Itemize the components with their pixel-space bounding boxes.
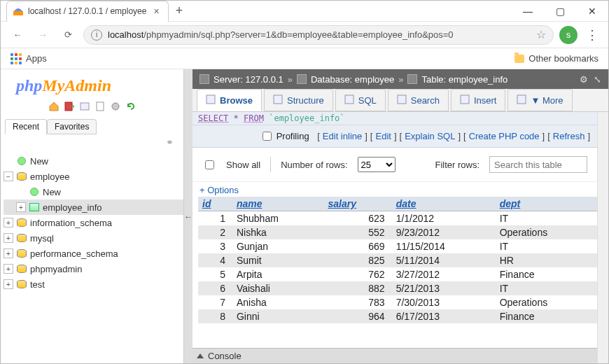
breadcrumb-table[interactable]: Table: employee_info xyxy=(421,74,507,85)
tree-db-information-schema[interactable]: +information_schema xyxy=(4,215,183,230)
create-php-link[interactable]: Create PHP code xyxy=(469,131,540,141)
apps-shortcut[interactable]: Apps xyxy=(10,53,47,64)
expand-icon[interactable]: + xyxy=(4,264,13,274)
reload-button[interactable]: ⟳ xyxy=(58,25,78,45)
other-bookmarks-label: Other bookmarks xyxy=(528,53,598,64)
expand-icon[interactable]: + xyxy=(4,279,13,289)
col-salary[interactable]: salary xyxy=(324,197,392,211)
table-row[interactable]: 5Arpita7623/27/2012Finance xyxy=(198,267,597,281)
col-id[interactable]: id xyxy=(198,197,232,211)
cell-date: 5/11/2014 xyxy=(392,253,496,267)
recent-tab[interactable]: Recent xyxy=(5,119,47,134)
tree-table-employee-info[interactable]: + employee_info xyxy=(4,200,183,215)
cell-name: Gunjan xyxy=(232,239,324,253)
new-tab-button[interactable]: + xyxy=(169,4,190,18)
gear-icon[interactable]: ⚙ xyxy=(580,74,588,85)
col-date[interactable]: date xyxy=(392,197,496,211)
expand-icon[interactable]: + xyxy=(4,233,13,243)
table-row[interactable]: 2Nishka5529/23/2012Operations xyxy=(198,225,597,239)
forward-button[interactable]: → xyxy=(33,25,52,45)
sql-icon[interactable] xyxy=(79,101,90,112)
expand-icon[interactable]: + xyxy=(4,218,13,227)
site-info-icon[interactable]: i xyxy=(91,29,102,41)
profile-avatar[interactable]: s xyxy=(559,26,578,44)
show-all-label: Show all xyxy=(226,160,260,170)
tab-more[interactable]: ▼ More xyxy=(507,89,572,111)
cell-dept: IT xyxy=(496,211,597,226)
options-toggle[interactable]: + Options xyxy=(192,182,597,197)
tree-db-new-table[interactable]: New xyxy=(4,184,183,200)
table-row[interactable]: 8Ginni9646/17/2013Finance xyxy=(198,309,597,323)
svg-rect-7 xyxy=(345,95,354,104)
show-all-checkbox[interactable] xyxy=(205,160,214,169)
profiling-label: Profiling xyxy=(276,131,309,141)
cell-salary: 623 xyxy=(324,211,392,226)
table-row[interactable]: 3Gunjan66911/15/2014IT xyxy=(198,239,597,253)
chrome-menu-button[interactable]: ⋮ xyxy=(583,27,601,43)
refresh-link[interactable]: Refresh xyxy=(553,131,585,141)
back-button[interactable]: ← xyxy=(8,25,27,45)
cell-salary: 964 xyxy=(324,309,392,323)
cell-id: 5 xyxy=(198,267,232,281)
profiling-checkbox[interactable] xyxy=(262,132,272,141)
server-icon xyxy=(200,74,209,84)
num-rows-select[interactable]: 25 xyxy=(358,157,396,172)
breadcrumb-server[interactable]: Server: 127.0.0.1 xyxy=(214,74,284,85)
col-dept[interactable]: dept xyxy=(496,197,597,211)
reload-nav-icon[interactable] xyxy=(125,101,136,112)
tree-new-root[interactable]: New xyxy=(4,153,183,169)
console-expand-icon xyxy=(197,354,204,358)
cell-name: Shubham xyxy=(232,211,324,226)
logout-icon[interactable] xyxy=(64,101,75,112)
tab-close-icon[interactable]: × xyxy=(150,6,162,17)
table-row[interactable]: 6Vaishali8825/21/2013IT xyxy=(198,281,597,295)
breadcrumb-database[interactable]: Database: employee xyxy=(311,74,394,85)
collapse-icon[interactable]: − xyxy=(4,172,13,181)
sidebar-collapse-handle[interactable]: ← xyxy=(184,69,192,363)
cell-date: 7/30/2013 xyxy=(392,295,496,309)
svg-rect-5 xyxy=(206,95,215,104)
edit-inline-link[interactable]: Edit inline xyxy=(323,131,362,141)
table-row[interactable]: 1Shubham6231/1/2012IT xyxy=(198,211,597,226)
tab-structure[interactable]: Structure xyxy=(264,89,333,111)
tree-db-phpmyadmin[interactable]: +phpmyadmin xyxy=(4,261,183,276)
browse-icon xyxy=(206,94,216,106)
explain-link[interactable]: Explain SQL xyxy=(405,131,455,141)
tab-search[interactable]: Search xyxy=(388,89,449,111)
home-icon[interactable] xyxy=(48,101,59,112)
page-settings-collapse-icon[interactable]: ⤡ xyxy=(594,74,601,85)
vertical-scrollbar[interactable] xyxy=(597,112,608,363)
favorites-tab[interactable]: Favorites xyxy=(47,119,97,134)
other-bookmarks[interactable]: Other bookmarks xyxy=(514,53,598,64)
window-minimize-button[interactable]: — xyxy=(512,1,544,22)
cell-salary: 783 xyxy=(324,295,392,309)
console-bar[interactable]: Console xyxy=(192,348,597,363)
docs-icon[interactable] xyxy=(94,101,106,112)
more-icon xyxy=(517,94,526,106)
window-close-button[interactable]: ✕ xyxy=(576,1,608,22)
tab-sql[interactable]: SQL xyxy=(335,89,386,111)
edit-link[interactable]: Edit xyxy=(375,131,391,141)
cell-id: 2 xyxy=(198,225,232,239)
window-maximize-button[interactable]: ▢ xyxy=(544,1,576,22)
address-bar[interactable]: i localhost/phpmyadmin/sql.php?server=1&… xyxy=(83,25,554,45)
tab-browse[interactable]: Browse xyxy=(197,89,262,111)
tree-db-test[interactable]: +test xyxy=(4,276,183,292)
table-row[interactable]: 4Sumit8255/11/2014HR xyxy=(198,253,597,267)
structure-icon xyxy=(273,94,283,106)
settings-icon[interactable] xyxy=(110,101,121,112)
expand-icon[interactable]: + xyxy=(4,248,13,258)
tree-db-employee[interactable]: − employee xyxy=(4,169,183,184)
link-icon[interactable]: ⚭ xyxy=(1,134,183,149)
expand-icon[interactable]: + xyxy=(16,202,26,212)
table-row[interactable]: 7Anisha7837/30/2013Operations xyxy=(198,295,597,309)
cell-id: 7 xyxy=(198,295,232,309)
filter-rows-input[interactable] xyxy=(489,156,587,173)
browser-tab[interactable]: localhost / 127.0.0.1 / employee × xyxy=(6,1,169,22)
tree-db-performance-schema[interactable]: +performance_schema xyxy=(4,246,183,261)
phpmyadmin-logo[interactable]: phpMyAdmin xyxy=(1,74,183,101)
bookmark-star-icon[interactable]: ☆ xyxy=(536,28,546,41)
tab-insert[interactable]: Insert xyxy=(451,89,506,111)
col-name[interactable]: name xyxy=(232,197,324,211)
tree-db-mysql[interactable]: +mysql xyxy=(4,230,183,246)
